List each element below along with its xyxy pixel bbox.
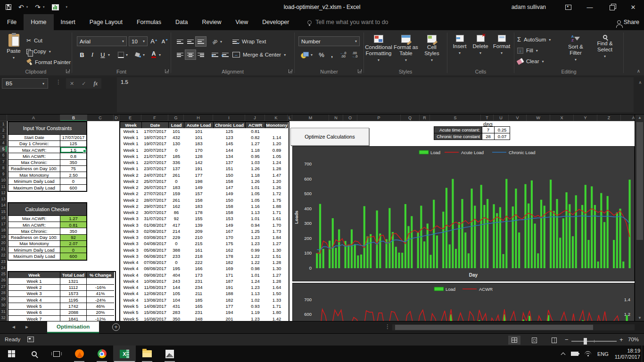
row-header-11[interactable]: 11 — [0, 184, 7, 190]
zoom-out-button[interactable]: − — [565, 336, 569, 343]
orientation-button[interactable]: ab — [210, 37, 220, 46]
align-left-button[interactable] — [175, 50, 185, 59]
row-header-4[interactable]: 4 — [0, 140, 7, 146]
row-header-15[interactable]: 15 — [0, 209, 7, 215]
week-row[interactable]: Week 6208820% — [8, 310, 115, 316]
constraint-value[interactable]: 17/07/2017 — [60, 135, 86, 141]
align-middle-button[interactable] — [185, 37, 196, 46]
data-row[interactable]: Week 118/07/20174321011230.821.14 — [120, 135, 289, 141]
fill-button[interactable]: ↓Fill▾ — [517, 46, 538, 55]
delete-cells-button[interactable]: Delete▾ — [471, 35, 490, 55]
normal-view-button[interactable] — [508, 336, 520, 345]
comma-style-button[interactable]: , — [327, 50, 337, 59]
column-header-Q[interactable]: Q — [401, 115, 420, 121]
data-row[interactable]: Week 225/07/201701981581.261.20 — [120, 178, 289, 184]
column-header-U[interactable]: U — [494, 115, 509, 121]
checker-value[interactable]: 600 — [60, 253, 86, 259]
format-painter-button[interactable]: Format Painter — [26, 58, 71, 67]
tab-file[interactable]: File — [0, 14, 24, 30]
macro-chart-icon[interactable] — [52, 4, 59, 10]
data-row[interactable]: Week 226/07/20171831491471.011.26 — [120, 185, 289, 191]
data-row[interactable]: Week 516/08/20173502482011.231.42 — [120, 316, 289, 321]
column-header-M[interactable]: M — [292, 115, 329, 121]
tab-home[interactable]: Home — [24, 14, 53, 30]
task-view-button[interactable] — [45, 346, 68, 362]
font-name-select[interactable]: Arial▾ — [77, 36, 127, 46]
align-right-button[interactable] — [196, 50, 206, 59]
font-color-dropdown-icon[interactable]: ▾ — [159, 53, 161, 57]
enter-entry-icon[interactable]: ✓ — [82, 81, 86, 87]
column-header-L[interactable]: L — [288, 115, 292, 121]
constraint-value[interactable]: 0 — [60, 178, 86, 184]
scroll-down-icon[interactable]: ▼ — [635, 316, 644, 320]
column-header-O[interactable]: O — [343, 115, 357, 121]
data-row[interactable]: Week 411/08/20171442341911.231.64 — [120, 285, 289, 291]
column-header-A[interactable]: A — [7, 115, 60, 121]
week-row[interactable]: Week 21112-16% — [8, 285, 115, 291]
namebox-splitter-icon[interactable]: ⋮ — [56, 79, 61, 85]
data-row[interactable]: Week 119/07/20171301831451.271.20 — [120, 141, 289, 147]
horizontal-scrollbar[interactable] — [392, 324, 635, 330]
redo-button[interactable]: ↷ — [35, 4, 41, 10]
data-row[interactable]: Week 304/08/201702151751.231.27 — [120, 241, 289, 247]
tab-developer[interactable]: Developer — [255, 14, 296, 30]
taskbar-search-button[interactable] — [23, 346, 45, 362]
column-header-X[interactable]: X — [550, 115, 574, 121]
decrease-font-size-button[interactable]: A▼ — [160, 36, 170, 46]
align-top-button[interactable] — [175, 37, 185, 46]
customize-qat-icon[interactable]: ▾ — [66, 5, 68, 9]
week-row[interactable]: Week 3157341% — [8, 291, 115, 297]
column-header-S[interactable]: S — [430, 115, 481, 121]
data-row[interactable]: Week 410/08/20172432311871.241.28 — [120, 278, 289, 284]
data-row[interactable]: Week 121/07/20171851281340.951.05 — [120, 153, 289, 159]
checker-value[interactable]: 2.07 — [60, 241, 86, 247]
column-header-G[interactable]: G — [168, 115, 184, 121]
font-size-select[interactable]: 10▾ — [129, 36, 148, 46]
borders-dropdown-icon[interactable]: ▾ — [126, 53, 128, 57]
format-as-table-button[interactable]: Format as Table▾ — [393, 35, 419, 62]
row-header-12[interactable]: 12 — [0, 190, 7, 196]
cancel-entry-icon[interactable]: ✕ — [70, 81, 74, 87]
column-header-AA[interactable]: AA — [621, 115, 635, 121]
constraint-value[interactable]: 75 — [60, 166, 86, 172]
time-constant-factor[interactable]: 0.07 — [495, 133, 510, 140]
paste-button[interactable]: Paste ▾ — [4, 34, 24, 60]
checker-value[interactable]: 1.27 — [60, 216, 86, 222]
undo-button[interactable]: ↶ — [18, 4, 24, 10]
conditional-formatting-button[interactable]: Conditional Formatting▾ — [365, 35, 392, 62]
row-header-10[interactable]: 10 — [0, 177, 7, 183]
align-bottom-button[interactable] — [196, 37, 206, 46]
row-header-24[interactable]: 24 — [0, 265, 7, 271]
scroll-up-icon[interactable]: ▲ — [635, 115, 644, 120]
column-header-N[interactable]: N — [329, 115, 343, 121]
zoom-level[interactable]: 70% — [628, 337, 639, 342]
decrease-decimal-button[interactable]: .00→.0 — [349, 50, 360, 59]
row-header-19[interactable]: 19 — [0, 234, 7, 240]
time-constant-days[interactable]: 7 — [482, 127, 495, 133]
increase-indent-button[interactable]: ► — [220, 50, 231, 59]
data-row[interactable]: Week 515/08/20172832311941.191.80 — [120, 310, 289, 316]
row-header-17[interactable]: 17 — [0, 221, 7, 227]
data-row[interactable]: Week 303/08/20172292101701.231.84 — [120, 235, 289, 241]
column-header-I[interactable]: I — [213, 115, 245, 121]
data-row[interactable]: Week 407/08/201702221821.221.28 — [120, 260, 289, 266]
row-header-29[interactable]: 29 — [0, 296, 7, 302]
row-header-21[interactable]: 21 — [0, 246, 7, 252]
merge-center-button[interactable]: ↔Merge & Center▾ — [232, 50, 286, 59]
column-header-C[interactable]: C — [87, 115, 114, 121]
increase-font-size-button[interactable]: A▲ — [149, 36, 159, 46]
percent-style-button[interactable]: % — [316, 50, 327, 59]
row-header-13[interactable]: 13 — [0, 196, 7, 202]
data-row[interactable]: Week 412/08/20171052111881.131.50 — [120, 291, 289, 297]
borders-button[interactable] — [116, 50, 126, 59]
column-header-Z[interactable]: Z — [597, 115, 621, 121]
week-row[interactable]: Week 41195-24% — [8, 297, 115, 303]
row-header-5[interactable]: 5 — [0, 146, 7, 152]
row-header-1[interactable]: 1 — [0, 121, 7, 127]
decrease-indent-button[interactable]: ◄ — [210, 50, 220, 59]
data-row[interactable]: Week 123/07/20171371911511.261.28 — [120, 166, 289, 172]
time-constant-factor[interactable]: 0.25 — [495, 127, 510, 133]
format-cells-button[interactable]: Format▾ — [492, 35, 512, 55]
tell-me-box[interactable]: Tell me what you want to do — [307, 14, 388, 30]
zoom-slider[interactable] — [571, 341, 617, 342]
